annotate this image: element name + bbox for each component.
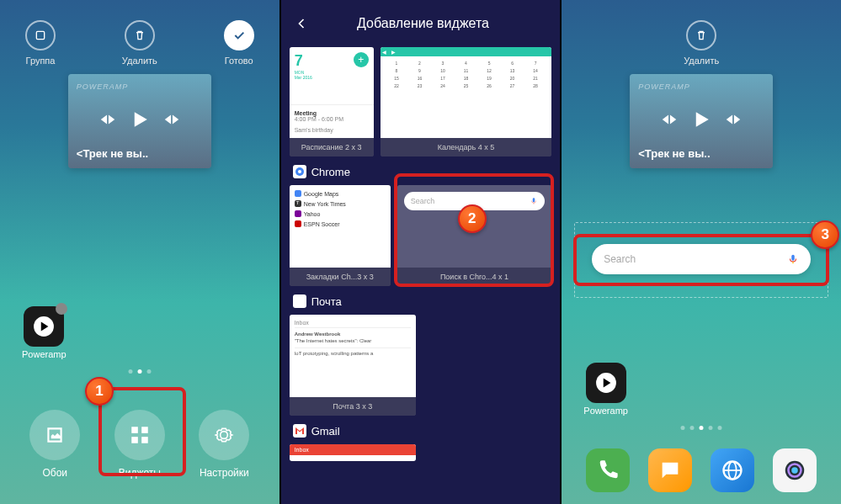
svg-rect-5 [141, 437, 148, 443]
settings-label: Настройки [200, 467, 249, 479]
widget-list[interactable]: 7MONMar 2016 + Meeting 4:00 PM - 6:00 PM… [281, 47, 561, 504]
dock [562, 448, 841, 492]
search-widget-placed[interactable]: Search [592, 244, 811, 274]
calendar-widget[interactable]: ◀ ▶ 1234567 891011121314 15161718192021 … [381, 47, 552, 157]
poweramp-app-icon[interactable]: Poweramp [583, 363, 628, 416]
track-name: <Трек не вы.. [77, 147, 203, 160]
bottom-menu: Обои Виджеты Настройки [0, 410, 279, 479]
track-name: <Трек не вы.. [638, 147, 764, 160]
top-actions: Группа Удалить Готово [0, 0, 279, 66]
music-widget[interactable]: POWERAMP <Трек не вы.. [630, 74, 773, 168]
screen-1-edit-mode: Группа Удалить Готово POWERAMP <Трек не … [0, 0, 279, 504]
annotation-1-badge: 1 [85, 377, 114, 406]
delete-label: Удалить [122, 56, 157, 66]
done-button[interactable]: Готово [224, 20, 254, 66]
gmail-section: Gmail [293, 424, 552, 438]
prev-icon[interactable] [660, 110, 679, 129]
schedule-widget[interactable]: 7MONMar 2016 + Meeting 4:00 PM - 6:00 PM… [290, 47, 374, 157]
done-label: Готово [225, 56, 253, 66]
picker-title: Добавление виджета [323, 16, 524, 31]
mic-icon[interactable] [787, 253, 799, 265]
delete-button[interactable]: Удалить [122, 20, 157, 66]
svg-point-7 [298, 170, 301, 173]
wallpaper-button[interactable]: Обои [29, 410, 80, 479]
mail-widget[interactable]: Inbox Andrew Westbrook "The Internet hat… [290, 315, 416, 416]
music-controls [77, 107, 203, 132]
camera-app[interactable] [773, 448, 817, 492]
search-widget-label: Поиск в Chro...4 x 1 [397, 268, 552, 286]
delete-label: Удалить [684, 56, 719, 66]
mic-icon [530, 197, 538, 205]
settings-button[interactable]: Настройки [199, 410, 249, 479]
poweramp-label: Poweramp [583, 406, 628, 416]
page-dots [681, 426, 722, 430]
mail-section: Почта [293, 294, 552, 308]
svg-rect-3 [141, 427, 148, 433]
prev-icon[interactable] [98, 110, 117, 129]
group-label: Группа [26, 56, 56, 66]
poweramp-brand: POWERAMP [638, 82, 764, 91]
mail-label: Почта 3 x 3 [290, 397, 416, 416]
picker-header: Добавление виджета [281, 0, 561, 47]
screen-3-placed: Удалить POWERAMP <Трек не вы.. Search Po… [562, 0, 841, 504]
schedule-label: Расписание 2 x 3 [290, 138, 374, 157]
chrome-search-widget[interactable]: Search Поиск в Chro...4 x 1 [397, 185, 552, 286]
svg-rect-8 [533, 198, 535, 202]
search-placeholder: Search [604, 253, 636, 265]
widgets-label: Виджеты [119, 467, 161, 479]
annotation-3-badge: 3 [811, 220, 839, 249]
page-dots [128, 369, 151, 374]
poweramp-label: Poweramp [22, 349, 67, 359]
music-widget[interactable]: POWERAMP <Трек не вы.. [68, 74, 211, 168]
svg-rect-9 [791, 255, 795, 261]
next-icon[interactable] [724, 110, 743, 129]
messages-app[interactable] [648, 448, 692, 492]
next-icon[interactable] [162, 110, 181, 129]
play-icon[interactable] [127, 107, 152, 132]
bookmarks-widget[interactable]: Google Maps TNew York Times Yahoo ESPN S… [290, 185, 391, 286]
svg-rect-0 [36, 31, 44, 39]
back-icon[interactable] [293, 15, 310, 32]
delete-zone[interactable]: Удалить [684, 20, 719, 66]
poweramp-brand: POWERAMP [77, 82, 203, 91]
calendar-label: Календарь 4 x 5 [381, 138, 552, 157]
gmail-widget[interactable]: Inbox [290, 444, 416, 461]
widgets-button[interactable]: Виджеты [114, 410, 165, 479]
screen-2-widget-picker: Добавление виджета 7MONMar 2016 + Meetin… [281, 0, 561, 504]
svg-rect-2 [131, 427, 138, 433]
play-icon[interactable] [689, 107, 714, 132]
chrome-section: Chrome [293, 165, 552, 178]
svg-rect-4 [131, 437, 138, 443]
browser-app[interactable] [711, 448, 754, 492]
wallpaper-label: Обои [42, 467, 67, 479]
svg-point-15 [791, 467, 798, 474]
group-button[interactable]: Группа [25, 20, 56, 66]
music-controls [638, 107, 764, 132]
bookmarks-label: Закладки Ch...3 x 3 [290, 268, 391, 286]
phone-app[interactable] [586, 448, 630, 492]
annotation-2-badge: 2 [458, 204, 487, 233]
poweramp-app-icon[interactable]: Poweramp [22, 306, 67, 359]
